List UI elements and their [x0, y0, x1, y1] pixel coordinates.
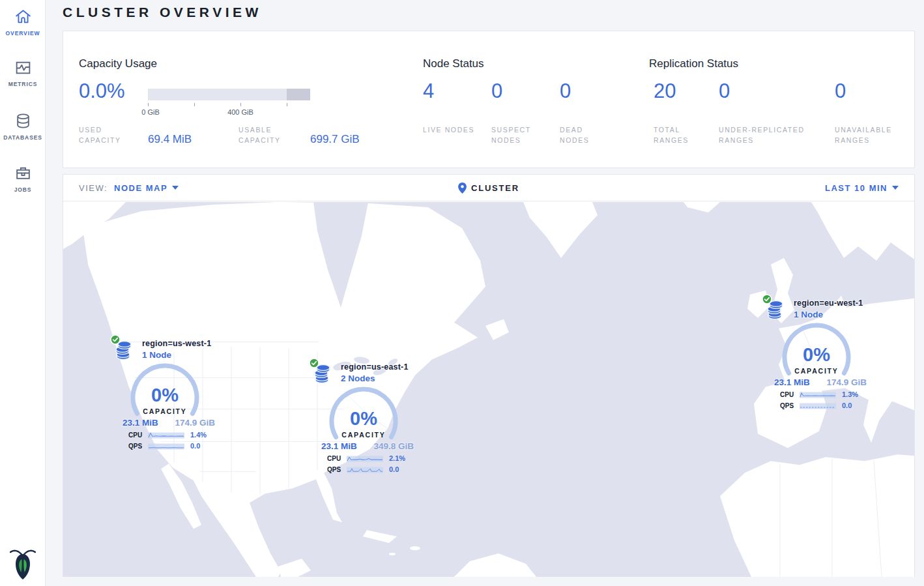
capacity-total: 174.9 GiB: [826, 377, 867, 387]
db-stack-icon: [766, 300, 787, 321]
locality-marker-us-east-1[interactable]: region=us-east-1 2 Nodes 0% CAPACITY 23.…: [313, 364, 430, 478]
cpu-label: CPU: [327, 455, 347, 462]
qps-sparkline-icon: [347, 466, 383, 473]
cpu-sparkline-icon: [148, 432, 184, 439]
capacity-total: 174.9 GiB: [175, 418, 215, 428]
total-ranges-label: TOTAL RANGES: [654, 125, 712, 146]
qps-label: QPS: [128, 443, 148, 450]
under-replicated-ranges-value: 0: [719, 81, 730, 101]
region-label: region=eu-west-1: [794, 299, 863, 308]
sidebar-item-label: DATABASES: [3, 134, 42, 141]
locality-header: region=us-east-1 2 Nodes: [313, 364, 409, 385]
capacity-label: CAPACITY: [779, 367, 854, 375]
sidebar-item-databases[interactable]: DATABASES: [0, 112, 46, 141]
axis-tick-label: 0 GiB: [141, 108, 160, 116]
db-stack-icon: [313, 364, 334, 385]
used-capacity-label: USED CAPACITY: [79, 125, 134, 146]
capacity-bar: [148, 89, 310, 100]
under-replicated-ranges-label: UNDER-REPLICATED RANGES: [719, 125, 830, 146]
node-count: 1 Node: [142, 350, 211, 360]
locality-header: region=eu-west-1 1 Node: [766, 300, 863, 321]
used-capacity-value: 69.4 MiB: [148, 133, 192, 146]
capacity-used: 23.1 MiB: [123, 418, 158, 428]
sidebar-item-metrics[interactable]: METRICS: [0, 59, 46, 87]
sidebar-item-label: OVERVIEW: [6, 30, 40, 37]
suspect-nodes-label: SUSPECT NODES: [491, 125, 543, 146]
cpu-row: CPU 1.4%: [128, 430, 226, 439]
sidebar-item-jobs[interactable]: JOBS: [0, 164, 46, 193]
qps-row: QPS 0.0: [780, 401, 878, 410]
capacity-percent: 0%: [779, 345, 854, 364]
locality-marker-eu-west-1[interactable]: region=eu-west-1 1 Node 0% CAPACITY 23.1…: [766, 300, 883, 414]
cpu-row: CPU 1.3%: [780, 390, 878, 399]
world-map: region=us-west-1 1 Node 0% CAPACITY 23.1…: [63, 202, 914, 577]
qps-label: QPS: [780, 402, 800, 409]
check-circle-icon: [110, 334, 121, 345]
capacity-values: 23.1 MiB 174.9 GiB: [123, 418, 215, 428]
section-title: Replication Status: [649, 57, 738, 70]
section-title: Capacity Usage: [79, 57, 157, 70]
qps-value: 0.0: [190, 442, 200, 450]
usable-capacity-value: 699.7 GiB: [310, 133, 360, 146]
dead-nodes-value: 0: [560, 81, 571, 101]
breadcrumb-cluster[interactable]: CLUSTER: [458, 183, 519, 194]
unavailable-ranges-label: UNAVAILABLE RANGES: [835, 125, 913, 146]
chevron-down-icon: [892, 186, 899, 190]
databases-icon: [14, 112, 32, 130]
page-title: CLUSTER OVERVIEW: [63, 5, 262, 20]
time-range-value: LAST 10 MIN: [825, 183, 888, 193]
qps-sparkline-icon: [800, 402, 836, 409]
cpu-value: 2.1%: [389, 454, 405, 462]
capacity-percent: 0%: [326, 409, 401, 428]
metrics-icon: [14, 59, 32, 76]
db-stack-icon: [114, 340, 135, 361]
total-ranges-value: 20: [654, 81, 676, 101]
node-count: 2 Nodes: [341, 374, 409, 383]
map-pin-icon: [458, 183, 467, 194]
suspect-nodes-value: 0: [491, 81, 502, 101]
capacity-values: 23.1 MiB 349.8 GiB: [321, 441, 414, 451]
cockroachdb-logo: [0, 546, 46, 580]
breadcrumb-label: CLUSTER: [471, 183, 519, 193]
capacity-bar-chart: 0 GiB 400 GiB: [148, 89, 310, 119]
qps-sparkline-icon: [148, 443, 184, 450]
axis-tick-label: 400 GiB: [227, 108, 253, 116]
qps-row: QPS 0.0: [128, 441, 226, 450]
chevron-down-icon: [172, 186, 179, 190]
live-nodes-value: 4: [423, 81, 434, 101]
locality-marker-us-west-1[interactable]: region=us-west-1 1 Node 0% CAPACITY 23.1…: [114, 340, 231, 454]
view-mode-dropdown[interactable]: NODE MAP: [114, 183, 179, 193]
node-map-panel: VIEW: NODE MAP CLUSTER LAST 10 MIN: [63, 174, 915, 577]
axis-tick: [287, 103, 287, 106]
capacity-percent: 0%: [127, 386, 203, 405]
dead-nodes-label: DEAD NODES: [560, 125, 612, 146]
usable-capacity-label: USABLE CAPACITY: [238, 125, 293, 146]
cpu-label: CPU: [128, 432, 148, 439]
check-circle-icon: [762, 294, 772, 304]
cpu-value: 1.4%: [190, 431, 207, 439]
capacity-used: 23.1 MiB: [774, 377, 810, 387]
cpu-sparkline-icon: [347, 455, 383, 462]
jobs-icon: [14, 164, 32, 182]
axis-tick: [194, 103, 195, 106]
view-mode-value: NODE MAP: [114, 183, 167, 193]
axis-tick: [148, 103, 149, 106]
capacity-label: CAPACITY: [326, 431, 401, 439]
locality-header: region=us-west-1 1 Node: [114, 340, 211, 361]
node-count: 1 Node: [794, 310, 863, 319]
axis-tick: [240, 103, 241, 106]
sidebar-item-overview[interactable]: OVERVIEW: [0, 8, 46, 37]
qps-row: QPS 0.0: [327, 465, 425, 474]
home-icon: [14, 8, 32, 25]
time-range-dropdown[interactable]: LAST 10 MIN: [825, 183, 899, 193]
check-circle-icon: [309, 358, 319, 368]
cluster-overview-page: OVERVIEW METRICS DATABASES JO: [0, 0, 924, 586]
region-label: region=us-west-1: [142, 339, 211, 348]
sidebar: OVERVIEW METRICS DATABASES JO: [0, 0, 46, 586]
qps-label: QPS: [327, 466, 347, 473]
cpu-value: 1.3%: [842, 390, 858, 398]
section-title: Node Status: [423, 57, 484, 70]
capacity-bar-reserved-segment: [287, 89, 310, 100]
capacity-used: 23.1 MiB: [321, 441, 357, 451]
unavailable-ranges-value: 0: [835, 81, 846, 101]
